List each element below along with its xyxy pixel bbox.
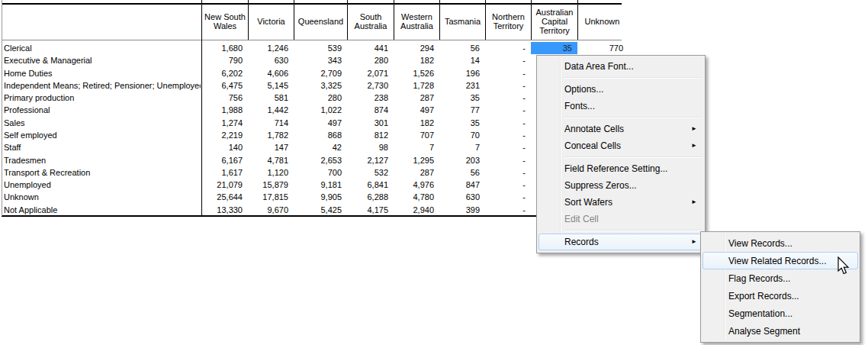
data-cell[interactable]: 441: [347, 42, 394, 54]
selected-cell[interactable]: 35: [531, 42, 577, 54]
row-label[interactable]: Not Applicable: [2, 204, 201, 216]
data-cell[interactable]: 1,782: [248, 129, 294, 141]
data-cell[interactable]: -: [485, 104, 531, 116]
menu-item-view-records[interactable]: View Records...: [702, 234, 858, 252]
data-cell[interactable]: 6,202: [201, 67, 248, 79]
data-cell[interactable]: -: [485, 204, 531, 216]
row-label[interactable]: Staff: [2, 141, 201, 153]
data-cell[interactable]: 35: [439, 92, 485, 104]
data-cell[interactable]: 294: [394, 42, 439, 54]
column-header[interactable]: Western Australia: [394, 0, 439, 40]
data-cell[interactable]: -: [485, 42, 531, 54]
data-cell[interactable]: -: [485, 54, 531, 66]
data-cell[interactable]: -: [485, 79, 531, 92]
row-label[interactable]: Primary production: [2, 92, 201, 104]
data-cell[interactable]: 714: [248, 117, 294, 129]
data-cell[interactable]: 7: [439, 141, 485, 153]
data-cell[interactable]: 790: [201, 54, 248, 66]
column-header[interactable]: Australian Capital Territory: [531, 0, 577, 40]
data-cell[interactable]: 77: [439, 104, 485, 116]
data-cell[interactable]: 9,905: [294, 191, 347, 203]
data-cell[interactable]: 1,728: [394, 79, 439, 92]
column-header[interactable]: Tasmania: [439, 0, 485, 40]
data-cell[interactable]: 4,780: [394, 191, 439, 203]
data-cell[interactable]: 343: [294, 54, 347, 66]
data-cell[interactable]: 9,181: [294, 179, 347, 191]
data-cell[interactable]: 203: [439, 154, 485, 166]
data-cell[interactable]: -: [485, 141, 531, 153]
data-cell[interactable]: 532: [347, 166, 394, 179]
data-cell[interactable]: 4,781: [248, 154, 294, 166]
data-cell[interactable]: 7: [394, 141, 439, 153]
data-cell[interactable]: 301: [347, 117, 394, 129]
row-label[interactable]: Executive & Managerial: [2, 54, 201, 66]
menu-item-sort-wafers[interactable]: Sort Wafers►: [538, 194, 703, 211]
data-cell[interactable]: 1,022: [294, 104, 347, 116]
column-header[interactable]: Victoria: [248, 0, 294, 40]
data-cell[interactable]: -: [485, 92, 531, 104]
data-cell[interactable]: 42: [294, 141, 347, 153]
data-cell[interactable]: 2,071: [347, 67, 394, 79]
menu-item-analyse-segment[interactable]: Analyse Segment: [702, 322, 858, 340]
data-cell[interactable]: 630: [248, 54, 294, 66]
data-cell[interactable]: 17,815: [248, 191, 294, 203]
data-cell[interactable]: 56: [439, 166, 485, 179]
menu-item-options[interactable]: Options...: [538, 81, 703, 98]
data-cell[interactable]: 182: [394, 117, 439, 129]
data-cell[interactable]: 140: [201, 141, 248, 153]
data-cell[interactable]: 196: [439, 67, 485, 79]
data-cell[interactable]: 497: [294, 117, 347, 129]
data-cell[interactable]: 3,325: [294, 79, 347, 92]
data-cell[interactable]: 2,219: [201, 129, 248, 141]
data-cell[interactable]: 56: [439, 42, 485, 54]
data-cell[interactable]: 287: [394, 166, 439, 179]
data-cell[interactable]: 2,653: [294, 154, 347, 166]
row-label[interactable]: Tradesmen: [2, 154, 201, 166]
menu-item-field-reference-setting[interactable]: Field Reference Setting...: [538, 160, 703, 177]
data-cell[interactable]: 15,879: [248, 179, 294, 191]
column-header[interactable]: Northern Territory: [485, 0, 531, 40]
data-cell[interactable]: 1,680: [201, 42, 248, 54]
data-cell[interactable]: 13,330: [201, 204, 248, 216]
menu-item-view-related-records[interactable]: View Related Records...: [702, 252, 858, 269]
row-label[interactable]: Professional: [2, 104, 201, 116]
data-cell[interactable]: 21,079: [201, 179, 248, 191]
data-cell[interactable]: 4,175: [347, 204, 394, 216]
data-cell[interactable]: 1,617: [201, 166, 248, 179]
row-label[interactable]: Independent Means; Retired; Pensioner; U…: [2, 79, 201, 92]
menu-item-conceal-cells[interactable]: Conceal Cells►: [538, 137, 703, 154]
data-cell[interactable]: 6,167: [201, 154, 248, 166]
data-cell[interactable]: 182: [394, 54, 439, 66]
data-cell[interactable]: 25,644: [201, 191, 248, 203]
column-header[interactable]: Queensland: [294, 0, 347, 40]
data-cell[interactable]: 147: [248, 141, 294, 153]
menu-item-flag-records[interactable]: Flag Records...: [702, 269, 858, 287]
menu-item-export-records[interactable]: Export Records...: [702, 287, 858, 305]
row-label[interactable]: Transport & Recreation: [2, 166, 201, 179]
data-cell[interactable]: 238: [347, 92, 394, 104]
data-cell[interactable]: 630: [439, 191, 485, 203]
data-cell[interactable]: 2,127: [347, 154, 394, 166]
menu-item-fonts[interactable]: Fonts...: [538, 98, 703, 114]
data-cell[interactable]: 756: [201, 92, 248, 104]
menu-item-data-area-font[interactable]: Data Area Font...: [538, 58, 703, 75]
data-cell[interactable]: -: [485, 179, 531, 191]
data-cell[interactable]: 868: [294, 129, 347, 141]
data-cell[interactable]: 2,730: [347, 79, 394, 92]
data-cell[interactable]: 770: [577, 42, 626, 54]
data-cell[interactable]: 539: [294, 42, 347, 54]
data-cell[interactable]: -: [485, 191, 531, 203]
data-cell[interactable]: 1,274: [201, 117, 248, 129]
data-cell[interactable]: 4,976: [394, 179, 439, 191]
data-cell[interactable]: 399: [439, 204, 485, 216]
data-cell[interactable]: 35: [439, 117, 485, 129]
data-cell[interactable]: 70: [439, 129, 485, 141]
data-cell[interactable]: 5,425: [294, 204, 347, 216]
data-cell[interactable]: 1,988: [201, 104, 248, 116]
menu-item-segmentation[interactable]: Segmentation...: [702, 305, 858, 322]
row-label[interactable]: Self employed: [2, 129, 201, 141]
data-cell[interactable]: 2,940: [394, 204, 439, 216]
data-cell[interactable]: 280: [347, 54, 394, 66]
row-label[interactable]: Home Duties: [2, 67, 201, 79]
data-cell[interactable]: -: [485, 166, 531, 179]
